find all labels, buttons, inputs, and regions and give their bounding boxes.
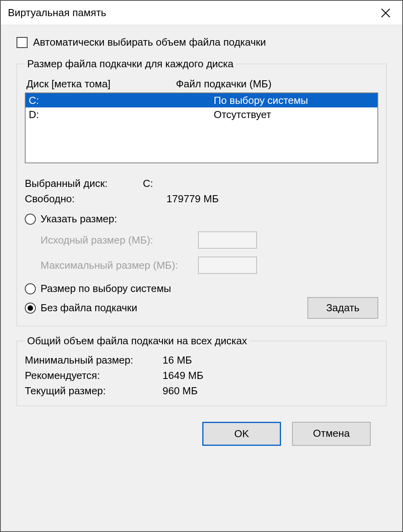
system-managed-label: Размер по выбору системы <box>41 283 171 295</box>
drive-row[interactable]: D: Отсутствует <box>26 107 377 122</box>
drive-list-headers: Диск [метка тома] Файл подкачки (МБ) <box>25 76 378 92</box>
initial-size-row: Исходный размер (МБ): <box>41 227 378 253</box>
totals-group: Общий объем файла подкачки на всех диска… <box>17 335 386 406</box>
per-drive-group: Размер файла подкачки для каждого диска … <box>17 58 386 326</box>
selected-drive-value: C: <box>143 177 378 190</box>
recommended-value: 1649 МБ <box>163 369 378 382</box>
current-size-row: Текущий размер: 960 МБ <box>25 383 378 399</box>
recommended-row: Рекомендуется: 1649 МБ <box>25 368 378 383</box>
custom-size-radio[interactable] <box>25 214 36 225</box>
max-size-row: Максимальный размер (МБ): <box>41 253 378 278</box>
auto-manage-checkbox[interactable] <box>17 37 28 48</box>
auto-manage-label: Автоматически выбирать объем файла подка… <box>33 36 266 48</box>
set-button[interactable]: Задать <box>307 297 378 319</box>
titlebar: Виртуальная память <box>1 1 402 25</box>
initial-size-input[interactable] <box>198 231 257 249</box>
no-pagefile-radio[interactable] <box>25 303 36 314</box>
footer-buttons: OK Отмена <box>17 415 386 446</box>
current-size-value: 960 МБ <box>163 385 378 397</box>
min-size-label: Минимальный размер: <box>25 354 163 366</box>
custom-size-label: Указать размер: <box>41 213 117 225</box>
free-space-row: Свободно: 179779 МБ <box>25 191 378 207</box>
recommended-label: Рекомендуется: <box>25 369 163 382</box>
totals-legend: Общий объем файла подкачки на всех диска… <box>25 335 250 347</box>
pagefile-cell: Отсутствует <box>190 108 374 121</box>
virtual-memory-dialog: Виртуальная память Автоматически выбират… <box>0 0 403 532</box>
drive-cell: D: <box>29 108 190 121</box>
pagefile-cell: По выбору системы <box>190 94 374 107</box>
drive-list[interactable]: C: По выбору системы D: Отсутствует <box>25 92 378 163</box>
current-size-label: Текущий размер: <box>25 385 163 397</box>
ok-button[interactable]: OK <box>202 422 281 446</box>
selected-drive-row: Выбранный диск: C: <box>25 176 378 191</box>
window-title: Виртуальная память <box>8 7 376 19</box>
min-size-value: 16 МБ <box>163 354 378 366</box>
header-drive: Диск [метка тома] <box>26 78 176 90</box>
free-space-label: Свободно: <box>25 193 143 205</box>
cancel-button[interactable]: Отмена <box>292 422 371 446</box>
no-pagefile-label: Без файла подкачки <box>41 302 137 314</box>
drive-row[interactable]: C: По выбору системы <box>26 93 377 107</box>
system-managed-radio-row: Размер по выбору системы <box>25 280 378 297</box>
no-pagefile-row: Без файла подкачки Задать <box>25 297 378 319</box>
custom-size-inputs: Исходный размер (МБ): Максимальный разме… <box>25 227 378 278</box>
max-size-input[interactable] <box>198 257 257 274</box>
header-pagefile: Файл подкачки (МБ) <box>176 78 377 90</box>
custom-size-radio-row: Указать размер: <box>25 211 378 227</box>
free-space-value: 179779 МБ <box>143 193 378 205</box>
close-icon[interactable] <box>376 4 395 22</box>
dialog-body: Автоматически выбирать объем файла подка… <box>1 25 402 531</box>
per-drive-legend: Размер файла подкачки для каждого диска <box>25 58 236 70</box>
initial-size-label: Исходный размер (МБ): <box>41 234 198 246</box>
system-managed-radio[interactable] <box>25 283 36 294</box>
max-size-label: Максимальный размер (МБ): <box>41 259 198 272</box>
min-size-row: Минимальный размер: 16 МБ <box>25 353 378 368</box>
selected-drive-label: Выбранный диск: <box>25 177 143 190</box>
auto-manage-row: Автоматически выбирать объем файла подка… <box>17 36 386 48</box>
drive-cell: C: <box>29 94 190 107</box>
